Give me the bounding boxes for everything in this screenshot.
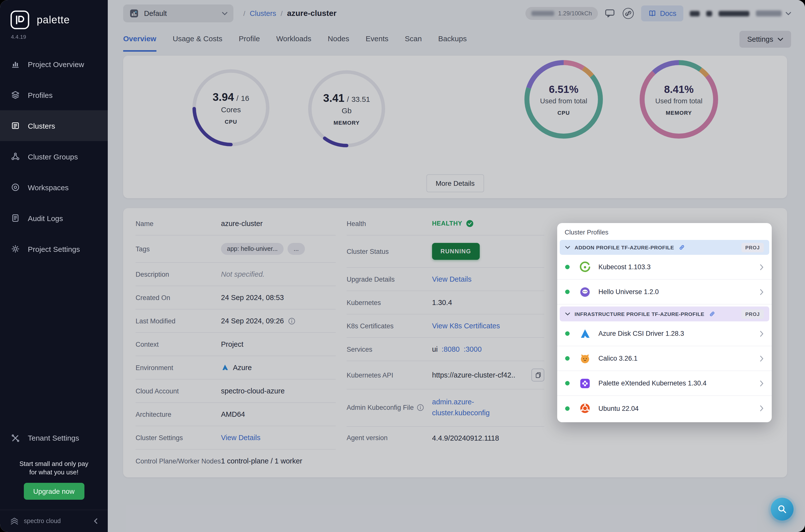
status-dot xyxy=(565,265,570,269)
chevron-right-icon xyxy=(760,405,764,411)
service-name: ui xyxy=(432,345,438,353)
profile-item-calico[interactable]: Calico 3.26.1 xyxy=(557,346,772,371)
brand-name: palette xyxy=(37,14,70,26)
sidebar-item-label: Audit Logs xyxy=(28,214,63,222)
sidebar-item-audit-logs[interactable]: Audit Logs xyxy=(0,203,108,233)
addon-profile-section-header[interactable]: ADDON PROFILE TF-AZURE-PROFILE PROJ xyxy=(560,240,769,255)
profile-item-kubecost[interactable]: Kubecost 1.103.3 xyxy=(557,255,772,280)
chat-button[interactable] xyxy=(605,8,615,18)
kubeconfig-download-link[interactable]: admin.azure-cluster.kubeconfig xyxy=(432,397,499,418)
calico-icon xyxy=(578,352,592,365)
memory-donut-label: MEMORY xyxy=(666,110,692,115)
user-menu[interactable] xyxy=(756,11,791,16)
upgrade-now-button[interactable]: Upgrade now xyxy=(24,483,84,500)
breadcrumb-separator: / xyxy=(281,10,283,17)
proj-badge: PROJ xyxy=(742,243,764,252)
profile-item-hello-universe[interactable]: Hello Universe 1.2.0 xyxy=(557,280,772,304)
agent-version-value: 4.4.9/20240912.1118 xyxy=(432,434,499,442)
status-dot xyxy=(565,331,570,336)
chat-bubble-icon xyxy=(605,8,615,18)
sidebar-nav: Project Overview Profiles Clusters xyxy=(0,49,108,264)
sidebar-item-project-overview[interactable]: Project Overview xyxy=(0,49,108,79)
tags-more-chip[interactable]: ... xyxy=(288,243,305,255)
info-icon[interactable] xyxy=(417,404,424,412)
bar-chart-icon xyxy=(11,60,20,69)
more-details-button[interactable]: More Details xyxy=(426,174,484,192)
cluster-settings-view-details-link[interactable]: View Details xyxy=(221,434,261,442)
tab-backups[interactable]: Backups xyxy=(438,27,467,52)
tab-events[interactable]: Events xyxy=(366,27,389,52)
detail-row-services: Services ui :8080 :3000 xyxy=(347,338,544,361)
infrastructure-profile-name: INFRASTRUCTURE PROFILE TF-AZURE-PROFILE xyxy=(575,311,705,317)
azure-icon xyxy=(578,327,592,340)
tab-workloads[interactable]: Workloads xyxy=(276,27,311,52)
detail-row-upgrade-details: Upgrade Details View Details xyxy=(347,268,544,291)
sidebar-item-tenant-settings[interactable]: Tenant Settings xyxy=(0,423,108,454)
breadcrumb-clusters-link[interactable]: Clusters xyxy=(250,10,276,17)
cpu-total-value: 16 xyxy=(241,94,249,102)
sidebar-item-project-settings[interactable]: Project Settings xyxy=(0,233,108,264)
link-button[interactable] xyxy=(622,7,635,20)
detail-row-context: Context Project xyxy=(136,333,336,356)
sidebar-item-cluster-groups[interactable]: Cluster Groups xyxy=(0,141,108,172)
chevron-right-icon xyxy=(760,289,764,295)
running-status-button[interactable]: RUNNING xyxy=(432,243,479,260)
profile-item-azure-disk-csi[interactable]: Azure Disk CSI Driver 1.28.3 xyxy=(557,321,772,346)
tab-overview[interactable]: Overview xyxy=(123,27,156,52)
chevron-down-icon xyxy=(222,12,227,15)
redacted-text xyxy=(706,11,712,16)
usage-value: 1.29/100kCh xyxy=(558,10,592,17)
chevron-left-icon xyxy=(93,518,99,524)
redacted-text xyxy=(756,11,782,16)
settings-button[interactable]: Settings xyxy=(739,31,791,48)
sidebar-item-label: Project Overview xyxy=(28,60,84,68)
health-status-badge: HEALTHY xyxy=(432,220,474,228)
upgrade-view-details-link[interactable]: View Details xyxy=(432,275,472,283)
top-bar: Default / Clusters / azure-cluster 1.29/… xyxy=(108,0,805,27)
network-nodes-icon xyxy=(11,152,20,161)
created-on-value: 24 Sep 2024, 08:53 xyxy=(221,293,284,302)
breadcrumb-current: azure-cluster xyxy=(287,9,337,18)
sidebar-item-clusters[interactable]: Clusters xyxy=(0,110,108,141)
sidebar-item-profiles[interactable]: Profiles xyxy=(0,79,108,110)
chevron-right-icon xyxy=(760,264,764,270)
memory-gauge: 3.41 / 33.51 Gb MEMORY xyxy=(304,66,389,151)
chevron-down-icon xyxy=(565,246,570,249)
tab-scan[interactable]: Scan xyxy=(405,27,422,52)
cloud-account-value: spectro-cloud-azure xyxy=(221,387,285,395)
copy-button[interactable] xyxy=(531,368,544,381)
detail-row-kubeconfig: Admin Kubeconfig File admin.azure-cluste… xyxy=(347,390,544,426)
description-value: Not specified. xyxy=(221,270,265,278)
cluster-tabs: Overview Usage & Costs Profile Workloads… xyxy=(108,27,805,52)
info-icon[interactable] xyxy=(288,317,295,325)
tag-chip[interactable]: app: hello-univer... xyxy=(221,243,284,255)
search-fab-button[interactable] xyxy=(771,498,793,520)
detail-row-cluster-settings: Cluster Settings View Details xyxy=(136,426,336,450)
service-port-8080-link[interactable]: :8080 xyxy=(442,345,460,353)
tab-profile[interactable]: Profile xyxy=(239,27,260,52)
sidebar-item-label: Clusters xyxy=(28,121,55,130)
detail-row-kubernetes-api: Kubernetes API https://azure-cluster-cf4… xyxy=(347,361,544,390)
top-bar-actions: 1.29/100kCh xyxy=(525,5,791,21)
service-port-3000-link[interactable]: :3000 xyxy=(464,345,482,353)
view-k8s-certificates-link[interactable]: View K8s Certificates xyxy=(432,322,500,330)
profile-item-ubuntu[interactable]: Ubuntu 22.04 xyxy=(557,396,772,421)
tab-usage-costs[interactable]: Usage & Costs xyxy=(173,27,222,52)
status-dot xyxy=(565,356,570,361)
redacted-text xyxy=(690,11,700,16)
hello-universe-icon xyxy=(578,285,592,298)
cpu-usage-donut: 6.51% Used from total CPU xyxy=(521,57,606,141)
infrastructure-profile-section-header[interactable]: INFRASTRUCTURE PROFILE TF-AZURE-PROFILE … xyxy=(560,306,769,321)
tab-nodes[interactable]: Nodes xyxy=(328,27,349,52)
project-selector[interactable]: Default xyxy=(123,4,233,22)
detail-row-cluster-status: Cluster Status RUNNING xyxy=(347,235,544,268)
palette-extended-kubernetes-icon xyxy=(578,377,592,390)
metrics-card: 3.94 / 16 Cores CPU xyxy=(123,56,787,198)
chain-link-icon xyxy=(709,310,716,318)
sidebar-collapse-button[interactable] xyxy=(93,518,99,524)
kubecost-icon xyxy=(578,261,592,273)
sidebar-item-workspaces[interactable]: Workspaces xyxy=(0,172,108,203)
cpu-gauge: 3.94 / 16 Cores CPU xyxy=(189,65,273,150)
docs-button[interactable]: Docs xyxy=(641,5,683,21)
profile-item-palette-extended-kubernetes[interactable]: Palette eXtended Kubernetes 1.30.4 xyxy=(557,371,772,396)
